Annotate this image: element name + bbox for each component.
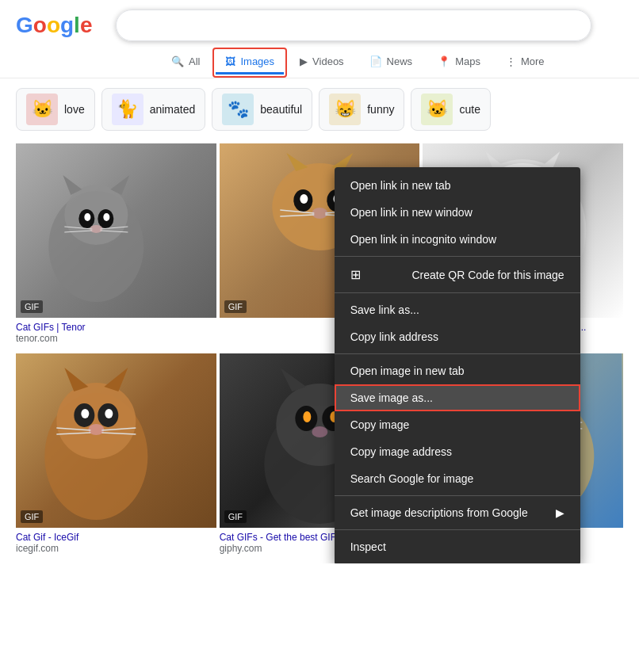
svg-point-35	[56, 383, 136, 459]
menu-copy-image[interactable]: Copy image	[335, 411, 580, 438]
images-icon: 🖼	[225, 55, 235, 67]
news-icon: 📄	[369, 55, 382, 67]
google-logo: Google	[16, 13, 92, 38]
search-icon: 🔍	[171, 55, 184, 67]
menu-open-image-tab[interactable]: Open image in new tab	[335, 357, 580, 384]
tab-videos[interactable]: ▶ Videos	[287, 48, 357, 78]
svg-point-16	[300, 194, 308, 204]
tab-all[interactable]: 🔍 All	[159, 48, 212, 78]
menu-save-image-as[interactable]: Save image as...	[335, 384, 580, 411]
tab-images[interactable]: 🖼 Images	[216, 51, 284, 74]
category-love[interactable]: 🐱 love	[16, 88, 95, 131]
divider-1	[335, 256, 580, 257]
svg-point-1	[64, 185, 128, 245]
tab-news[interactable]: 📄 News	[357, 48, 426, 78]
svg-point-53	[312, 426, 327, 437]
tab-images-wrapper: 🖼 Images	[212, 48, 287, 78]
more-icon: ⋮	[506, 55, 516, 67]
image-4: GIF	[16, 353, 216, 528]
svg-marker-41	[64, 368, 88, 391]
svg-marker-42	[104, 368, 128, 391]
category-animated[interactable]: 🐈 animated	[101, 88, 206, 131]
divider-4	[335, 495, 580, 496]
svg-point-51	[303, 411, 311, 422]
gif-badge-2: GIF	[224, 300, 247, 313]
gif-badge-5: GIF	[224, 510, 247, 523]
svg-point-5	[103, 213, 109, 221]
divider-5	[335, 529, 580, 530]
beautiful-thumbnail: 🐾	[222, 94, 254, 125]
menu-search-google-image[interactable]: Search Google for image	[335, 465, 580, 492]
love-thumbnail: 🐱	[26, 94, 58, 125]
image-card-1[interactable]: GIF Cat GIFs | Tenor t	[16, 143, 216, 350]
header: Google cat gif download	[0, 0, 639, 41]
gif-badge-4: GIF	[21, 510, 43, 523]
category-funny[interactable]: 😸 funny	[319, 88, 404, 131]
caption-1: Cat GIFs | Tenor	[16, 322, 216, 333]
menu-open-new-window[interactable]: Open link in new window	[335, 199, 580, 226]
menu-get-descriptions[interactable]: Get image descriptions from Google ▶	[335, 499, 580, 526]
image-card-2[interactable]: GIF Open link in new tab Open link in ne…	[220, 143, 420, 350]
funny-thumbnail: 😸	[329, 94, 361, 125]
source-1: tenor.com	[16, 333, 216, 344]
category-bar: 🐱 love 🐈 animated 🐾 beautiful 😸 funny 🐱 …	[0, 78, 639, 140]
caption-4: Cat Gif - IceGif	[16, 532, 216, 543]
divider-2	[335, 292, 580, 293]
menu-save-link-as[interactable]: Save link as...	[335, 296, 580, 323]
menu-open-new-tab[interactable]: Open link in new tab	[335, 172, 580, 199]
svg-marker-54	[280, 368, 306, 391]
category-cute[interactable]: 🐱 cute	[411, 88, 490, 131]
svg-point-38	[81, 409, 89, 418]
search-bar[interactable]: cat gif download	[116, 10, 591, 41]
source-4: icegif.com	[16, 543, 216, 554]
menu-copy-link[interactable]: Copy link address	[335, 323, 580, 350]
svg-point-40	[88, 424, 104, 435]
animated-thumbnail: 🐈	[112, 94, 143, 125]
menu-inspect[interactable]: Inspect	[335, 533, 580, 560]
cute-thumbnail: 🐱	[421, 94, 453, 125]
qr-code-icon: ⊞	[350, 267, 361, 282]
svg-point-4	[84, 213, 90, 221]
cat-svg-1	[16, 143, 216, 318]
category-beautiful[interactable]: 🐾 beautiful	[212, 88, 312, 131]
tab-more[interactable]: ⋮ More	[493, 48, 557, 78]
maps-icon: 📍	[438, 55, 450, 67]
image-card-4[interactable]: GIF Cat Gif - IceGif icegif.com	[16, 353, 216, 560]
svg-point-39	[105, 409, 113, 418]
search-input[interactable]: cat gif download	[132, 18, 575, 32]
nav-tabs: 🔍 All 🖼 Images ▶ Videos 📄 News 📍 Maps ⋮ …	[0, 41, 639, 78]
arrow-right-icon: ▶	[556, 506, 564, 519]
image-grid: GIF Cat GIFs | Tenor t	[0, 140, 639, 563]
divider-3	[335, 353, 580, 354]
image-1: GIF	[16, 143, 216, 318]
gif-badge-1: GIF	[21, 300, 43, 313]
menu-open-incognito[interactable]: Open link in incognito window	[335, 226, 580, 253]
menu-qr-code[interactable]: ⊞ Create QR Code for this image	[335, 260, 580, 289]
context-menu: Open link in new tab Open link in new wi…	[335, 167, 580, 563]
menu-copy-image-address[interactable]: Copy image address	[335, 438, 580, 465]
video-icon: ▶	[300, 55, 308, 67]
tab-maps[interactable]: 📍 Maps	[425, 48, 493, 78]
